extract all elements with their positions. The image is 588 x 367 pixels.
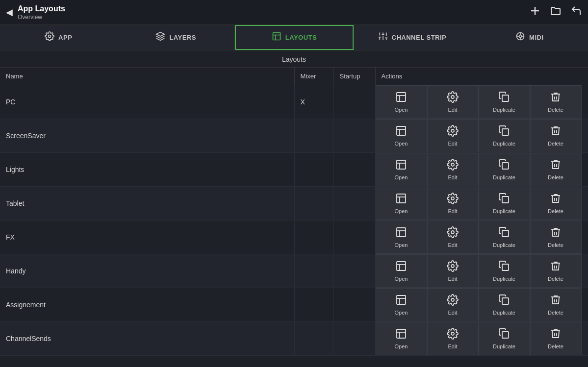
action-delete-button[interactable]: Delete bbox=[530, 254, 582, 288]
svg-rect-57 bbox=[397, 329, 406, 338]
action-duplicate-button[interactable]: Duplicate bbox=[479, 220, 530, 254]
col-header-startup: Startup bbox=[333, 68, 375, 85]
edit-label: Edit bbox=[448, 310, 458, 316]
action-delete-button[interactable]: Delete bbox=[530, 322, 582, 355]
action-open-button[interactable]: Open bbox=[376, 254, 427, 288]
delete-label: Delete bbox=[548, 310, 563, 316]
delete-label: Delete bbox=[548, 208, 563, 214]
action-duplicate-button[interactable]: Duplicate bbox=[479, 254, 530, 288]
action-delete-button[interactable]: Delete bbox=[530, 85, 582, 119]
action-duplicate-button[interactable]: Duplicate bbox=[479, 288, 530, 321]
cell-startup bbox=[333, 322, 375, 356]
add-button[interactable] bbox=[529, 5, 541, 20]
duplicate-icon bbox=[498, 193, 510, 206]
action-open-button[interactable]: Open bbox=[376, 288, 427, 321]
tab-app[interactable]: APP bbox=[0, 25, 117, 50]
open-label: Open bbox=[395, 141, 408, 147]
svg-rect-42 bbox=[397, 228, 406, 237]
edit-label: Edit bbox=[448, 343, 458, 349]
cell-mixer bbox=[294, 322, 333, 356]
table-header-row: Name Mixer Startup Actions bbox=[0, 68, 588, 85]
action-duplicate-button[interactable]: Duplicate bbox=[479, 153, 530, 186]
edit-icon bbox=[447, 294, 459, 308]
edit-label: Edit bbox=[448, 208, 458, 214]
edit-label: Edit bbox=[448, 174, 458, 180]
edit-icon bbox=[447, 226, 459, 240]
open-icon bbox=[395, 91, 407, 105]
open-label: Open bbox=[395, 174, 408, 180]
action-delete-button[interactable]: Delete bbox=[530, 220, 582, 254]
svg-rect-61 bbox=[502, 332, 509, 338]
action-delete-button[interactable]: Delete bbox=[530, 119, 582, 152]
svg-rect-32 bbox=[397, 160, 406, 169]
duplicate-label: Duplicate bbox=[493, 343, 515, 349]
edit-icon bbox=[447, 328, 459, 342]
cell-mixer bbox=[294, 153, 333, 187]
cell-actions: Open Edit Duplicate Delete bbox=[375, 254, 588, 288]
tab-midi[interactable]: MIDI bbox=[471, 25, 588, 50]
title-group: App Layouts Overview bbox=[18, 4, 529, 20]
action-duplicate-button[interactable]: Duplicate bbox=[479, 85, 530, 119]
svg-point-40 bbox=[451, 197, 454, 200]
svg-rect-4 bbox=[273, 33, 280, 40]
delete-label: Delete bbox=[548, 141, 563, 147]
svg-point-60 bbox=[451, 332, 454, 335]
action-duplicate-button[interactable]: Duplicate bbox=[479, 187, 530, 220]
table-row: PCX Open Edit Duplicate Delete bbox=[0, 85, 588, 119]
cell-name: Handy bbox=[0, 254, 294, 288]
action-delete-button[interactable]: Delete bbox=[530, 153, 582, 186]
action-edit-button[interactable]: Edit bbox=[427, 119, 479, 152]
svg-rect-52 bbox=[397, 295, 406, 304]
tab-channel-strip-label: CHANNEL STRIP bbox=[392, 34, 447, 41]
tab-layers[interactable]: LAYERS bbox=[117, 25, 234, 50]
action-open-button[interactable]: Open bbox=[376, 187, 427, 220]
svg-rect-51 bbox=[502, 264, 509, 270]
back-button[interactable]: ◀ bbox=[6, 7, 13, 18]
svg-rect-26 bbox=[502, 95, 509, 101]
action-edit-button[interactable]: Edit bbox=[427, 153, 479, 186]
cell-name: Tablet bbox=[0, 187, 294, 220]
action-open-button[interactable]: Open bbox=[376, 220, 427, 254]
delete-label: Delete bbox=[548, 276, 563, 282]
svg-rect-36 bbox=[502, 163, 509, 169]
table-row: Lights Open Edit Duplicate Delete bbox=[0, 153, 588, 187]
svg-rect-37 bbox=[397, 194, 406, 203]
action-edit-button[interactable]: Edit bbox=[427, 322, 479, 355]
table-row: FX Open Edit Duplicate Delete bbox=[0, 220, 588, 254]
svg-point-17 bbox=[519, 35, 522, 38]
action-duplicate-button[interactable]: Duplicate bbox=[479, 322, 530, 355]
action-open-button[interactable]: Open bbox=[376, 153, 427, 186]
cell-startup bbox=[333, 254, 375, 288]
app-subtitle: Overview bbox=[18, 14, 529, 21]
action-edit-button[interactable]: Edit bbox=[427, 187, 479, 220]
undo-button[interactable] bbox=[570, 5, 582, 20]
action-edit-button[interactable]: Edit bbox=[427, 220, 479, 254]
cell-startup bbox=[333, 220, 375, 254]
action-open-button[interactable]: Open bbox=[376, 322, 427, 355]
cell-mixer: X bbox=[294, 85, 333, 119]
layouts-table: Name Mixer Startup Actions PCX Open Edit… bbox=[0, 68, 588, 356]
tab-channel-strip[interactable]: CHANNEL STRIP bbox=[354, 25, 471, 50]
col-header-actions: Actions bbox=[375, 68, 588, 85]
cell-name: Lights bbox=[0, 153, 294, 187]
cell-mixer bbox=[294, 187, 333, 220]
action-open-button[interactable]: Open bbox=[376, 119, 427, 152]
action-open-button[interactable]: Open bbox=[376, 85, 427, 119]
edit-label: Edit bbox=[448, 107, 458, 113]
svg-point-30 bbox=[451, 129, 454, 132]
tab-midi-label: MIDI bbox=[529, 34, 543, 41]
action-edit-button[interactable]: Edit bbox=[427, 288, 479, 321]
action-edit-button[interactable]: Edit bbox=[427, 254, 479, 288]
tab-layouts[interactable]: LAYOUTS bbox=[235, 25, 354, 50]
section-title: Layouts bbox=[0, 50, 588, 68]
action-edit-button[interactable]: Edit bbox=[427, 85, 479, 119]
delete-label: Delete bbox=[548, 107, 563, 113]
svg-point-25 bbox=[451, 96, 454, 98]
action-duplicate-button[interactable]: Duplicate bbox=[479, 119, 530, 152]
folder-button[interactable] bbox=[550, 5, 562, 20]
svg-point-2 bbox=[49, 35, 51, 38]
cell-name: PC bbox=[0, 85, 294, 119]
action-delete-button[interactable]: Delete bbox=[530, 288, 582, 321]
action-delete-button[interactable]: Delete bbox=[530, 187, 582, 220]
duplicate-label: Duplicate bbox=[493, 242, 515, 248]
